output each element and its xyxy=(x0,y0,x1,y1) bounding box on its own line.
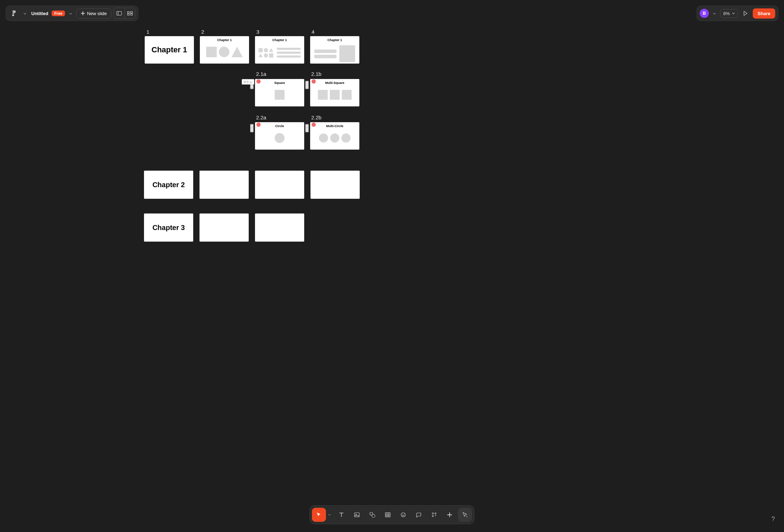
tool-image[interactable] xyxy=(350,508,364,522)
square-shape xyxy=(330,90,340,100)
shape-row xyxy=(255,128,304,148)
svg-point-13 xyxy=(372,514,375,518)
square-shape xyxy=(259,48,263,52)
svg-rect-10 xyxy=(354,513,359,517)
slide-empty[interactable] xyxy=(255,214,304,242)
comment-icon xyxy=(416,512,422,518)
svg-rect-14 xyxy=(385,513,390,517)
slide-2-1a[interactable]: Square xyxy=(255,79,304,106)
chevron-down-icon xyxy=(328,513,331,516)
bottom-toolbar xyxy=(309,505,475,524)
circle-shape xyxy=(330,133,339,143)
slide-label: 1 xyxy=(146,29,149,35)
triangle-shape xyxy=(259,53,263,57)
tool-widget[interactable] xyxy=(396,508,410,522)
plus-icon xyxy=(447,512,452,518)
slide-subtitle: Chapter 1 xyxy=(310,36,359,42)
square-shape xyxy=(275,90,285,100)
slide-1[interactable]: Chapter 1 xyxy=(145,36,194,64)
image-icon xyxy=(354,512,360,518)
svg-point-11 xyxy=(355,514,357,515)
slide-subtitle: Chapter 1 xyxy=(200,36,249,42)
shape-grid xyxy=(259,48,273,58)
mini-square-icon xyxy=(244,81,246,83)
slide-2[interactable]: Chapter 1 xyxy=(200,36,249,64)
triangle-shape xyxy=(269,48,273,52)
slide-subtitle: Multi-Circle xyxy=(310,122,359,128)
slide-empty[interactable] xyxy=(200,171,249,199)
text-line xyxy=(277,55,301,58)
canvas[interactable]: 1 2 3 4 Chapter 1 Chapter 1 Chapter 1 xyxy=(0,0,784,532)
slide-empty[interactable] xyxy=(200,214,249,242)
square-shape xyxy=(342,90,352,100)
slide-title: Chapter 3 xyxy=(144,214,193,242)
slide-title: Chapter 2 xyxy=(144,171,193,199)
slide-subtitle: Circle xyxy=(255,122,304,128)
sticker-icon xyxy=(400,512,406,518)
slide-2-2a[interactable]: Circle xyxy=(255,122,304,150)
shape-row xyxy=(310,85,359,105)
slide-chapter-2[interactable]: Chapter 2 xyxy=(144,171,193,199)
skip-indicator[interactable] xyxy=(312,79,316,84)
triangle-shape xyxy=(231,47,243,57)
slide-4[interactable]: Chapter 1 xyxy=(310,36,359,64)
drag-handle[interactable] xyxy=(305,81,309,89)
slide-label: 2.2a xyxy=(256,114,266,120)
slide-3[interactable]: Chapter 1 xyxy=(255,36,304,64)
mini-triangle-icon xyxy=(249,81,252,83)
component-icon xyxy=(431,512,437,518)
circle-shape xyxy=(264,53,268,58)
text-icon xyxy=(338,512,345,518)
table-icon xyxy=(385,512,391,518)
circle-shape xyxy=(264,48,268,52)
text-lines xyxy=(314,45,337,62)
text-line xyxy=(314,50,337,53)
square-shape xyxy=(318,90,328,100)
text-line xyxy=(277,52,301,54)
return-minimap[interactable] xyxy=(242,79,254,85)
svg-point-19 xyxy=(401,513,405,517)
skip-indicator[interactable] xyxy=(312,123,316,127)
slide-body xyxy=(310,42,359,62)
help-button[interactable]: ? xyxy=(771,515,775,523)
skip-indicator[interactable] xyxy=(256,79,261,84)
image-placeholder xyxy=(339,45,355,62)
text-lines xyxy=(277,48,301,58)
slide-chapter-3[interactable]: Chapter 3 xyxy=(144,214,193,242)
shape-row xyxy=(200,42,249,62)
tool-move[interactable] xyxy=(312,508,326,522)
square-shape xyxy=(206,47,217,57)
mini-circle-icon xyxy=(247,81,249,83)
slide-empty[interactable] xyxy=(255,171,304,199)
skip-indicator[interactable] xyxy=(256,123,261,127)
dev-icon xyxy=(462,512,468,518)
text-line xyxy=(277,48,301,50)
slide-label: 2.1a xyxy=(256,71,266,77)
drag-handle[interactable] xyxy=(305,124,309,132)
tool-add[interactable] xyxy=(443,508,457,522)
tool-text[interactable] xyxy=(334,508,348,522)
slide-2-1b[interactable]: Multi-Square xyxy=(310,79,359,106)
slide-label: 2.2b xyxy=(311,114,321,120)
tool-comment[interactable] xyxy=(412,508,426,522)
slide-label: 3 xyxy=(256,29,259,35)
tool-handoff[interactable] xyxy=(458,508,472,522)
circle-shape xyxy=(341,133,351,143)
tool-table[interactable] xyxy=(381,508,395,522)
slide-title: Chapter 1 xyxy=(145,36,194,64)
circle-shape xyxy=(219,47,229,57)
svg-point-23 xyxy=(435,513,436,514)
tool-component[interactable] xyxy=(427,508,441,522)
tool-shape[interactable] xyxy=(365,508,379,522)
slide-2-2b[interactable]: Multi-Circle xyxy=(310,122,359,150)
help-label: ? xyxy=(771,515,775,523)
connection-arrows xyxy=(0,0,105,53)
circle-shape xyxy=(319,133,328,143)
drag-handle[interactable] xyxy=(250,124,254,132)
text-line xyxy=(314,55,337,58)
slide-empty[interactable] xyxy=(311,171,360,199)
svg-point-21 xyxy=(404,514,405,515)
slide-label: 2 xyxy=(201,29,204,35)
svg-point-24 xyxy=(432,515,433,517)
tool-move-caret[interactable] xyxy=(326,508,333,522)
